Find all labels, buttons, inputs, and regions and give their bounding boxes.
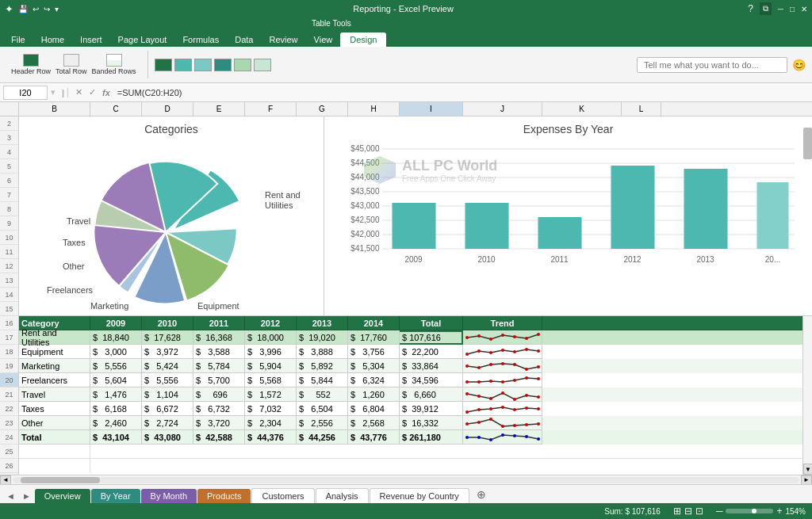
sheet-tab-by-year[interactable]: By Year [91, 489, 140, 503]
cell-h26[interactable]: $ 2,568 [348, 416, 400, 430]
scroll-right-btn[interactable]: ► [801, 475, 812, 485]
tab-page-layout[interactable]: Page Layout [110, 32, 175, 47]
cell-i21[interactable]: $ 22,200 [400, 345, 463, 359]
row-23[interactable]: Freelancers $ 5,604 $ 5,556 $ 5,700 $ 5,… [19, 373, 802, 387]
cell-f19[interactable]: 2012 [245, 316, 297, 330]
cell-e19[interactable]: 2011 [193, 316, 245, 330]
cell-e20[interactable]: $ 16,368 [193, 330, 245, 345]
cell-c20[interactable]: $ 18,840 [90, 330, 142, 345]
sheet-tab-revenue[interactable]: Revenue by Country [370, 488, 469, 503]
cell-h23[interactable]: $ 6,324 [348, 373, 400, 387]
formula-confirm-icon[interactable]: ✓ [86, 87, 98, 97]
cell-i20-selected[interactable]: $ 107,616 [400, 330, 463, 345]
cell-g25[interactable]: $ 6,504 [297, 402, 348, 416]
cell-b25[interactable]: Taxes [19, 402, 90, 416]
cell-b27[interactable]: Total [19, 430, 90, 445]
row-20[interactable]: Rent and Utilities $ 18,840 $ 17,628 $ 1… [19, 330, 802, 345]
row-21[interactable]: Equipment $ 3,000 $ 3,972 $ 3,588 $ 3,99… [19, 345, 802, 359]
cell-f22[interactable]: $ 5,904 [245, 359, 297, 373]
cell-reference-input[interactable] [3, 86, 48, 100]
cell-g19[interactable]: 2013 [297, 316, 348, 330]
cell-c25[interactable]: $ 6,168 [90, 402, 142, 416]
cell-f2[interactable] [324, 116, 376, 131]
scroll-thumb-h[interactable] [21, 477, 100, 483]
scroll-up-btn[interactable]: ▲ [803, 116, 812, 128]
cell-g24[interactable]: $ 552 [297, 387, 348, 402]
cell-d27[interactable]: $ 43,080 [142, 430, 193, 445]
formula-expand-icon[interactable]: ▾ [49, 87, 57, 97]
quick-more[interactable]: ▾ [55, 5, 59, 13]
sheet-tab-products[interactable]: Products [197, 489, 251, 503]
tab-insert[interactable]: Insert [72, 32, 110, 47]
cell-d20[interactable]: $ 17,628 [142, 330, 193, 345]
cell-i19[interactable]: Total [400, 316, 463, 330]
page-break-btn[interactable]: ⊡ [695, 506, 703, 517]
cell-h24[interactable]: $ 1,260 [348, 387, 400, 402]
zoom-slider[interactable] [726, 509, 773, 513]
cell-b29[interactable] [19, 459, 90, 473]
cell-i22[interactable]: $ 33,864 [400, 359, 463, 373]
table-style-6[interactable] [254, 59, 271, 71]
cell-i23[interactable]: $ 34,596 [400, 373, 463, 387]
cell-e23[interactable]: $ 5,700 [193, 373, 245, 387]
row-22[interactable]: Marketing $ 5,556 $ 5,424 $ 5,784 $ 5,90… [19, 359, 802, 373]
minimize-button[interactable]: ─ [778, 5, 783, 13]
scroll-left-btn[interactable]: ◄ [0, 475, 11, 485]
cell-c27[interactable]: $ 43,104 [90, 430, 142, 445]
cell-f21[interactable]: $ 3,996 [245, 345, 297, 359]
cell-h2[interactable] [427, 116, 479, 131]
scroll-track-h[interactable] [13, 477, 799, 483]
cell-i2[interactable] [479, 116, 542, 131]
tab-view[interactable]: View [306, 32, 341, 47]
sheet-tab-scroll-right[interactable]: ► [19, 489, 34, 503]
table-style-4[interactable] [214, 59, 232, 71]
cell-g21[interactable]: $ 3,888 [297, 345, 348, 359]
cell-d26[interactable]: $ 2,724 [142, 416, 193, 430]
tab-file[interactable]: File [3, 32, 33, 47]
quick-redo[interactable]: ↪ [44, 5, 50, 13]
quick-save[interactable]: 💾 [18, 5, 28, 13]
quick-undo[interactable]: ↩ [33, 5, 39, 13]
cell-h19[interactable]: 2014 [348, 316, 400, 330]
cell-e24[interactable]: $ 696 [193, 387, 245, 402]
scroll-down-btn[interactable]: ▼ [803, 464, 812, 475]
table-style-1[interactable] [155, 59, 172, 71]
cell-f26[interactable]: $ 2,304 [245, 416, 297, 430]
sheet-tab-add[interactable]: ⊕ [470, 486, 492, 503]
sheet-tab-analysis[interactable]: Analysis [316, 488, 369, 503]
cell-h21[interactable]: $ 3,756 [348, 345, 400, 359]
sheet-tab-scroll-left[interactable]: ◄ [3, 489, 18, 503]
formula-fx-icon[interactable]: fx [100, 88, 113, 97]
row-24[interactable]: Travel $ 1,476 $ 1,104 $ 696 $ 1,572 $ 5… [19, 387, 802, 402]
normal-view-btn[interactable]: ⊞ [673, 506, 681, 517]
cell-g26[interactable]: $ 2,556 [297, 416, 348, 430]
cell-b24[interactable]: Travel [19, 387, 90, 402]
cell-h20[interactable]: $ 17,760 [348, 330, 400, 345]
cell-e26[interactable]: $ 3,720 [193, 416, 245, 430]
scroll-track-v[interactable] [803, 128, 812, 464]
cell-d25[interactable]: $ 6,672 [142, 402, 193, 416]
tab-design[interactable]: Design [340, 32, 386, 47]
tab-formulas[interactable]: Formulas [174, 32, 227, 47]
cell-i25[interactable]: $ 39,912 [400, 402, 463, 416]
cell-f23[interactable]: $ 5,568 [245, 373, 297, 387]
cell-i24[interactable]: $ 6,660 [400, 387, 463, 402]
header-row-btn[interactable]: Header Row [11, 54, 51, 75]
cell-h27[interactable]: $ 43,776 [348, 430, 400, 445]
cell-b2[interactable] [19, 116, 90, 131]
zoom-out-btn[interactable]: ─ [716, 506, 723, 517]
vertical-scrollbar[interactable]: ▲ ▼ [802, 116, 812, 475]
search-input[interactable] [637, 57, 787, 73]
cell-c21[interactable]: $ 3,000 [90, 345, 142, 359]
row-25[interactable]: Taxes $ 6,168 $ 6,672 $ 6,732 $ 7,032 $ … [19, 402, 802, 416]
cell-d23[interactable]: $ 5,556 [142, 373, 193, 387]
cell-b22[interactable]: Marketing [19, 359, 90, 373]
cell-i26[interactable]: $ 16,332 [400, 416, 463, 430]
formula-cancel-icon[interactable]: ✕ [73, 87, 85, 97]
cell-f20[interactable]: $ 18,000 [245, 330, 297, 345]
row-26[interactable]: Other $ 2,460 $ 2,724 $ 3,720 $ 2,304 $ … [19, 416, 802, 430]
sheet-tab-customers[interactable]: Customers [251, 488, 314, 503]
cell-b26[interactable]: Other [19, 416, 90, 430]
cell-d21[interactable]: $ 3,972 [142, 345, 193, 359]
zoom-in-btn[interactable]: + [776, 506, 782, 517]
